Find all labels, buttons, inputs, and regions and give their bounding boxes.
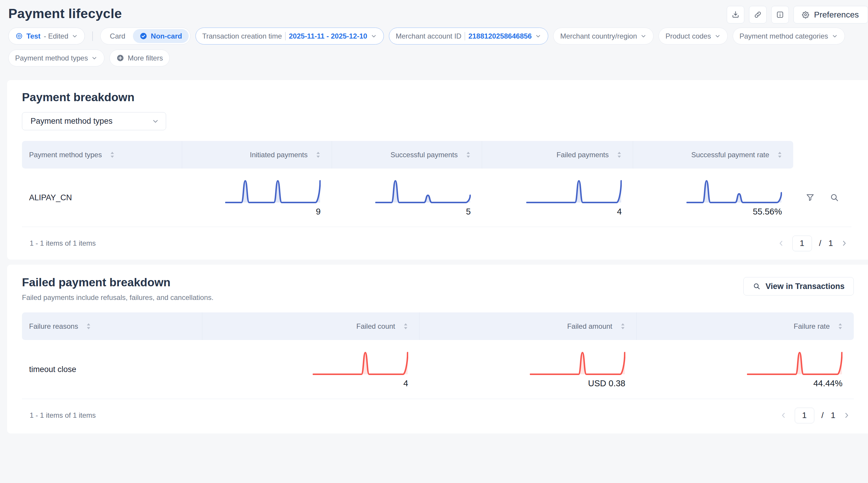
payment-method-types-filter[interactable]: Payment method types bbox=[8, 50, 104, 66]
page-separator: / bbox=[822, 411, 824, 420]
table-header-row: Payment method types Initiated payments … bbox=[22, 141, 851, 169]
col-header-failure-rate: Failure rate bbox=[637, 312, 854, 340]
col-label: Successful payment rate bbox=[691, 151, 769, 159]
col-header-payment-method-types: Payment method types bbox=[22, 141, 182, 169]
merchant-account-value: 2188120258646856 bbox=[468, 32, 532, 40]
merchant-account-filter[interactable]: Merchant account ID 2188120258646856 bbox=[389, 28, 549, 44]
payment-breakdown-pagination: 1 - 1 items of 1 items / 1 bbox=[22, 227, 851, 260]
view-in-transactions-button[interactable]: View in Transactions bbox=[743, 277, 854, 296]
col-label: Failure rate bbox=[794, 322, 830, 331]
failure-reason-name: timeout close bbox=[22, 340, 202, 399]
col-label: Failed amount bbox=[567, 322, 612, 331]
chevron-down-icon bbox=[152, 118, 159, 125]
failure-rate-value: 44.44% bbox=[813, 379, 842, 388]
pagination-summary: 1 - 1 items of 1 items bbox=[30, 411, 96, 420]
more-filters-button[interactable]: More filters bbox=[110, 50, 170, 66]
col-header-failure-reasons: Failure reasons bbox=[22, 312, 202, 340]
sort-icon[interactable] bbox=[316, 151, 320, 158]
page-number-input[interactable] bbox=[793, 236, 812, 251]
next-page-button[interactable] bbox=[842, 411, 851, 420]
chevron-down-icon bbox=[640, 33, 647, 39]
filter-funnel-icon[interactable] bbox=[805, 192, 815, 203]
sort-icon[interactable] bbox=[621, 323, 625, 330]
magnifier-icon[interactable] bbox=[830, 192, 839, 203]
product-codes-label: Product codes bbox=[665, 32, 711, 40]
sort-icon[interactable] bbox=[466, 151, 470, 158]
failed-amount-sparkline bbox=[530, 351, 625, 375]
info-icon bbox=[775, 10, 785, 19]
page-number-input[interactable] bbox=[795, 407, 814, 423]
merchant-country-filter[interactable]: Merchant country/region bbox=[553, 28, 653, 44]
filter-divider bbox=[92, 31, 93, 41]
preferences-button[interactable]: Preferences bbox=[794, 6, 868, 24]
failed-payment-breakdown-section: Failed payment breakdown Failed payments… bbox=[7, 265, 868, 433]
sort-icon[interactable] bbox=[838, 323, 842, 330]
successful-payment-rate-cell: 55.56% bbox=[633, 169, 793, 227]
card-noncard-toggle[interactable]: Card Non-card bbox=[100, 28, 190, 44]
gear-icon bbox=[801, 10, 810, 19]
failed-count-cell: 4 bbox=[202, 340, 420, 399]
sort-icon[interactable] bbox=[403, 323, 408, 330]
failed-section-header: Failed payment breakdown Failed payments… bbox=[22, 276, 854, 302]
failed-payments-value: 4 bbox=[617, 207, 622, 217]
dimension-select[interactable]: Payment method types bbox=[22, 112, 166, 130]
chevron-down-icon bbox=[535, 33, 541, 39]
failed-amount-cell: USD 0.38 bbox=[420, 340, 637, 399]
pagination-controls: / 1 bbox=[777, 236, 848, 251]
failed-breakdown-title: Failed payment breakdown bbox=[22, 276, 214, 289]
sort-icon[interactable] bbox=[617, 151, 621, 158]
next-page-button[interactable] bbox=[840, 239, 848, 247]
total-pages: 1 bbox=[831, 411, 835, 420]
merchant-account-label: Merchant account ID bbox=[396, 32, 461, 40]
transaction-time-label: Transaction creation time bbox=[202, 32, 282, 40]
card-option[interactable]: Card bbox=[102, 32, 133, 40]
failure-rate-sparkline bbox=[747, 351, 842, 375]
download-icon bbox=[731, 10, 740, 19]
check-circle-icon bbox=[140, 32, 148, 40]
failed-section-titles: Failed payment breakdown Failed payments… bbox=[22, 276, 214, 302]
row-actions bbox=[793, 169, 851, 227]
test-view-chip[interactable]: Test - Edited bbox=[8, 28, 85, 44]
sort-icon[interactable] bbox=[777, 151, 782, 158]
product-codes-filter[interactable]: Product codes bbox=[658, 28, 727, 44]
page-separator: / bbox=[819, 239, 822, 248]
noncard-option-selected[interactable]: Non-card bbox=[133, 29, 188, 43]
noncard-label: Non-card bbox=[151, 32, 182, 40]
initiated-payments-value: 9 bbox=[316, 207, 321, 217]
failed-count-sparkline bbox=[313, 351, 408, 375]
col-header-initiated-payments: Initiated payments bbox=[182, 141, 332, 169]
failed-payments-sparkline bbox=[526, 179, 622, 204]
view-state: - Edited bbox=[44, 32, 68, 40]
sort-icon[interactable] bbox=[86, 323, 91, 330]
chevron-down-icon bbox=[714, 33, 721, 39]
payment-method-types-label: Payment method types bbox=[15, 54, 88, 62]
preferences-label: Preferences bbox=[814, 10, 859, 20]
col-label: Failed count bbox=[356, 322, 395, 331]
col-header-failed-count: Failed count bbox=[202, 312, 420, 340]
view-name: Test bbox=[26, 32, 41, 40]
table-header-row: Failure reasons Failed count Failed amou… bbox=[22, 312, 854, 340]
payment-method-categories-filter[interactable]: Payment method categories bbox=[733, 28, 845, 44]
col-label: Failure reasons bbox=[29, 322, 78, 331]
view-in-transactions-label: View in Transactions bbox=[765, 282, 844, 291]
chevron-down-icon bbox=[371, 33, 377, 39]
share-link-button[interactable] bbox=[749, 6, 767, 24]
transaction-time-value: 2025-11-11 - 2025-12-10 bbox=[289, 32, 367, 40]
initiated-payments-cell: 9 bbox=[182, 169, 332, 227]
payment-breakdown-table: Payment method types Initiated payments … bbox=[22, 141, 851, 260]
failed-payments-cell: 4 bbox=[482, 169, 633, 227]
link-icon bbox=[753, 10, 763, 19]
info-button[interactable] bbox=[771, 6, 789, 24]
transaction-time-filter[interactable]: Transaction creation time 2025-11-11 - 2… bbox=[195, 28, 384, 44]
prev-page-button[interactable] bbox=[777, 239, 785, 247]
successful-payment-rate-sparkline bbox=[686, 179, 782, 204]
col-header-actions bbox=[793, 141, 851, 169]
failure-rate-cell: 44.44% bbox=[637, 340, 854, 399]
prev-page-button[interactable] bbox=[779, 411, 787, 420]
download-button[interactable] bbox=[727, 6, 744, 24]
successful-payments-sparkline bbox=[375, 179, 471, 204]
successful-payment-rate-value: 55.56% bbox=[753, 207, 782, 217]
failed-breakdown-pagination: 1 - 1 items of 1 items / 1 bbox=[22, 399, 854, 432]
sort-icon[interactable] bbox=[110, 151, 115, 158]
col-label: Payment method types bbox=[29, 151, 102, 159]
